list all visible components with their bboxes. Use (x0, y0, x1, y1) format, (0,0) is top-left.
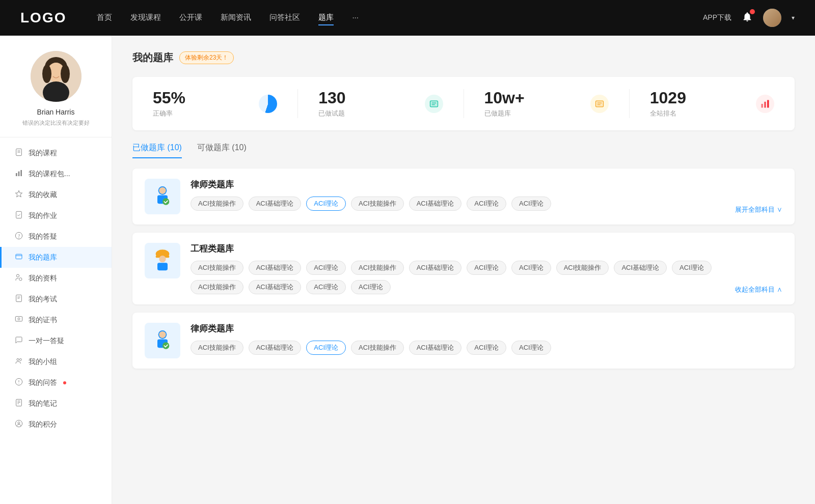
tag-item[interactable]: ACI基础理论 (249, 261, 302, 275)
svg-point-4 (61, 65, 70, 83)
svg-point-34 (18, 422, 20, 424)
nav-home[interactable]: 首页 (97, 11, 112, 25)
tag-item[interactable]: ACI技能操作 (351, 341, 404, 355)
sidebar-item-exam[interactable]: 我的考试 (0, 289, 112, 310)
homework-icon (14, 211, 23, 220)
tab-done-banks[interactable]: 已做题库 (10) (132, 143, 182, 158)
tag-item[interactable]: ACI基础理论 (249, 341, 302, 355)
sidebar-item-one-on-one-label: 一对一答疑 (29, 337, 64, 346)
tag-item[interactable]: ACI理论 (467, 197, 506, 211)
user-avatar[interactable] (763, 9, 781, 27)
tag-item[interactable]: ACI理论 (467, 261, 506, 275)
sidebar-item-favorites[interactable]: 我的收藏 (0, 184, 112, 205)
sidebar-menu: 我的课程 我的课程包... 我的收藏 我的作业 (0, 137, 112, 440)
tag-item[interactable]: ACI技能操作 (191, 341, 243, 355)
sidebar-item-group[interactable]: 我的小组 (0, 351, 112, 372)
svg-rect-43 (762, 104, 763, 108)
tag-item[interactable]: ACI基础理论 (249, 197, 302, 211)
tag-item[interactable]: ACI基础理论 (409, 197, 462, 211)
page-title: 我的题库 (132, 51, 173, 65)
tag-item[interactable]: ACI理论 (672, 261, 712, 275)
tag-item[interactable]: ACI技能操作 (191, 197, 243, 211)
nav-more[interactable]: ··· (352, 11, 359, 25)
sidebar-item-materials[interactable]: 我的资料 (0, 268, 112, 289)
svg-point-3 (42, 65, 51, 83)
user-dropdown-arrow[interactable]: ▾ (792, 14, 795, 21)
bank-card-lawyer-2: 律师类题库 ACI技能操作 ACI基础理论 ACI理论 ACI技能操作 ACI基… (132, 313, 795, 369)
tag-item[interactable]: ACI技能操作 (351, 197, 404, 211)
group-icon (14, 357, 23, 367)
svg-rect-14 (16, 211, 22, 218)
app-download-link[interactable]: APP下载 (703, 13, 731, 22)
tab-available-banks[interactable]: 可做题库 (10) (197, 143, 247, 158)
nav-menu: 首页 发现课程 公开课 新闻资讯 问答社区 题库 ··· (97, 11, 703, 25)
tag-item[interactable]: ACI理论 (306, 261, 346, 275)
tag-item[interactable]: ACI基础理论 (409, 261, 462, 275)
svg-rect-35 (430, 101, 438, 107)
tag-item[interactable]: ACI理论 (511, 197, 551, 211)
svg-rect-11 (18, 172, 20, 176)
tag-item[interactable]: ACI理论 (306, 280, 346, 294)
bank-card-engineer-icon (145, 243, 180, 278)
bank-card-lawyer-2-icon (145, 323, 180, 358)
navbar-right: APP下载 ▾ (703, 9, 795, 27)
tag-item[interactable]: ACI理论 (511, 261, 551, 275)
tag-item[interactable]: ACI技能操作 (351, 261, 404, 275)
sidebar-item-course-package[interactable]: 我的课程包... (0, 163, 112, 184)
sidebar-item-favorites-label: 我的收藏 (29, 190, 57, 200)
tag-item[interactable]: ACI理论 (351, 280, 391, 294)
sidebar-item-one-on-one[interactable]: 一对一答疑 (0, 330, 112, 351)
tag-item[interactable]: ACI理论 (467, 341, 506, 355)
bank-card-lawyer-1-title: 律师类题库 (191, 179, 725, 190)
bank-card-lawyer-1: 律师类题库 ACI技能操作 ACI基础理论 ACI理论 ACI技能操作 ACI基… (132, 169, 795, 225)
sidebar-item-homework[interactable]: 我的作业 (0, 205, 112, 226)
tag-item[interactable]: ACI基础理论 (249, 280, 302, 294)
svg-point-52 (159, 256, 166, 262)
stat-done-banks-text: 10w+ 已做题库 (484, 89, 584, 118)
tag-item[interactable]: ACI基础理论 (614, 261, 667, 275)
lawyer-figure-icon (150, 184, 175, 209)
tag-item[interactable]: ACI技能操作 (191, 261, 243, 275)
sidebar-item-my-qa[interactable]: 我的问答 (0, 372, 112, 393)
tag-item[interactable]: ACI技能操作 (556, 261, 609, 275)
qa-notification-dot (63, 381, 66, 384)
sidebar-item-certificate-label: 我的证书 (29, 316, 57, 325)
nav-open-course[interactable]: 公开课 (179, 11, 202, 25)
tag-item[interactable]: ACI基础理论 (409, 341, 462, 355)
logo[interactable]: LOGO (20, 10, 66, 26)
sidebar-item-qa[interactable]: 我的答疑 (0, 226, 112, 247)
stats-row: 55% 正确率 130 已做试题 10w+ 已做题库 (132, 77, 795, 130)
svg-rect-24 (15, 317, 22, 321)
sidebar-item-points[interactable]: 我的积分 (0, 414, 112, 435)
notification-bell[interactable] (742, 11, 753, 24)
tag-item-active[interactable]: ACI理论 (306, 341, 346, 355)
tag-item-active[interactable]: ACI理论 (306, 197, 346, 211)
user-name: Brian Harris (37, 108, 75, 116)
sidebar-item-materials-label: 我的资料 (29, 274, 57, 283)
svg-point-33 (15, 420, 22, 427)
nav-question-bank[interactable]: 题库 (318, 11, 334, 25)
sidebar-item-notes[interactable]: 我的笔记 (0, 393, 112, 414)
sidebar-item-my-course[interactable]: 我的课程 (0, 143, 112, 163)
sidebar-item-notes-label: 我的笔记 (29, 399, 57, 408)
bank-card-lawyer-2-content: 律师类题库 ACI技能操作 ACI基础理论 ACI理论 ACI技能操作 ACI基… (191, 323, 782, 355)
svg-rect-10 (16, 173, 17, 176)
nav-discover[interactable]: 发现课程 (130, 11, 161, 25)
stat-ranking-value: 1029 (650, 89, 750, 107)
nav-qa[interactable]: 问答社区 (269, 11, 300, 25)
nav-news[interactable]: 新闻资讯 (221, 11, 251, 25)
stat-accuracy: 55% 正确率 (132, 89, 298, 118)
svg-rect-45 (767, 100, 769, 107)
exam-icon (14, 294, 23, 304)
sidebar-item-question-bank[interactable]: 我的题库 (0, 247, 112, 268)
stat-done-questions-value: 130 (318, 89, 418, 107)
tag-item[interactable]: ACI技能操作 (191, 280, 243, 294)
certificate-icon (14, 315, 23, 325)
sidebar-item-certificate[interactable]: 我的证书 (0, 310, 112, 330)
document-icon (14, 148, 23, 158)
bank-card-lawyer-1-expand[interactable]: 展开全部科目 ∨ (735, 205, 782, 214)
bank-card-lawyer-icon (145, 179, 180, 214)
bank-card-engineer-tags: ACI技能操作 ACI基础理论 ACI理论 ACI技能操作 ACI基础理论 AC… (191, 261, 725, 294)
tag-item[interactable]: ACI理论 (511, 341, 551, 355)
bank-card-engineer-expand[interactable]: 收起全部科目 ∧ (735, 285, 782, 294)
